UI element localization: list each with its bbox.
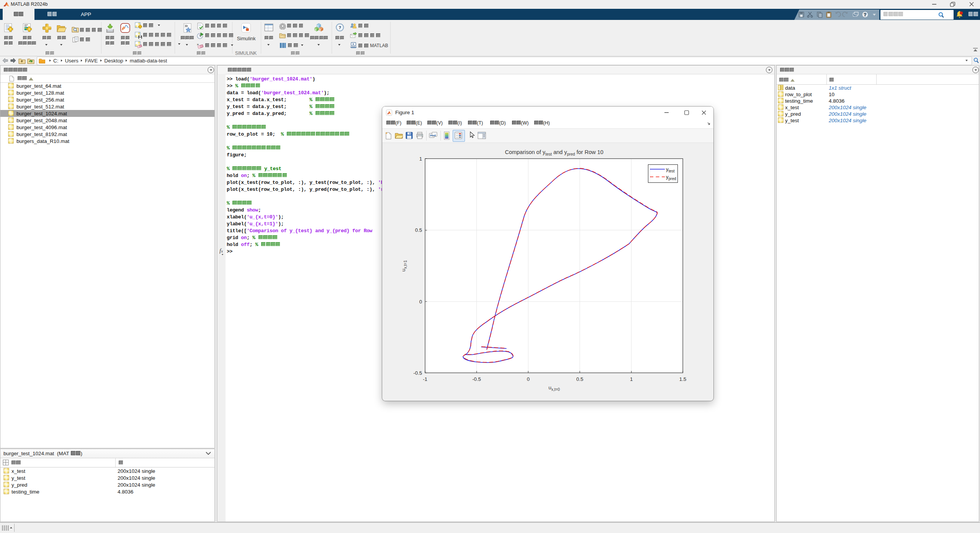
svg-text:-0.5: -0.5 [413, 370, 422, 376]
svg-text:0.5: 0.5 [576, 376, 583, 382]
svg-text:0: 0 [419, 299, 422, 305]
svg-text:1: 1 [630, 376, 633, 382]
svg-text:?: ? [339, 25, 341, 30]
svg-text:1.5: 1.5 [679, 376, 686, 382]
svg-text:0: 0 [527, 376, 530, 382]
svg-text:?: ? [864, 12, 866, 17]
svg-text:1: 1 [419, 156, 422, 162]
svg-text:-1: -1 [423, 376, 427, 382]
svg-text:0.5: 0.5 [415, 227, 422, 233]
svg-text:-0.5: -0.5 [472, 376, 481, 382]
svg-text:ux,t=0: ux,t=0 [548, 385, 560, 392]
svg-text:Comparison of ytest and ypred: Comparison of ytest and ypred for Row 10 [505, 149, 603, 156]
svg-text:ux,t=1: ux,t=1 [401, 260, 407, 272]
